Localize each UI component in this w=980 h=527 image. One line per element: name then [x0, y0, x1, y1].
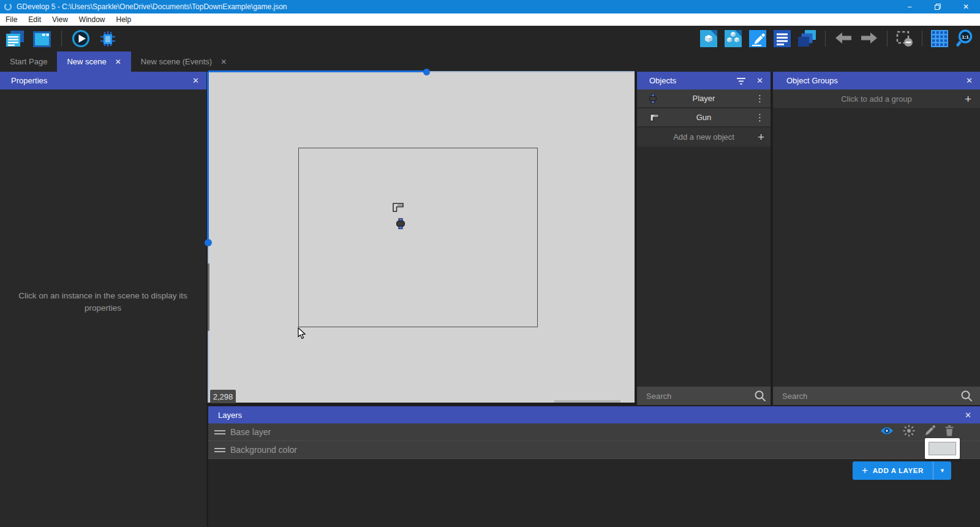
object-groups-panel-title: Object Groups — [786, 76, 838, 85]
search-icon — [960, 390, 973, 402]
objects-panel-title: Objects — [649, 76, 676, 85]
objects-panel: Objects ✕ Player ⋮ — [637, 72, 771, 405]
horizontal-scroll-fill — [208, 70, 427, 72]
groups-search-input[interactable] — [782, 392, 960, 401]
vertical-scroll-fill — [207, 72, 209, 243]
toggle-object-groups-panel-icon[interactable] — [723, 29, 743, 48]
layer-row-base[interactable]: Base layer — [208, 423, 980, 441]
tab-new-scene[interactable]: New scene ✕ — [57, 51, 130, 72]
debug-button[interactable] — [97, 29, 118, 49]
add-group-label: Click to add a group — [773, 94, 980, 104]
filter-icon[interactable] — [736, 77, 746, 85]
add-layer-dropdown[interactable]: ▼ — [933, 461, 951, 480]
tab-close-icon[interactable]: ✕ — [115, 58, 121, 66]
menu-edit[interactable]: Edit — [23, 15, 47, 24]
plus-icon: + — [758, 131, 764, 143]
toolbar-separator — [887, 31, 888, 47]
layer-actions — [880, 425, 954, 439]
toolbar-separator — [825, 31, 826, 47]
layer-visibility-icon[interactable] — [880, 426, 894, 438]
object-menu-icon[interactable]: ⋮ — [755, 112, 764, 123]
zoom-original-icon[interactable]: 1:1 — [954, 28, 975, 49]
close-properties-icon[interactable]: ✕ — [192, 76, 199, 85]
gun-instance[interactable] — [392, 202, 404, 213]
tab-label: Start Page — [10, 57, 47, 66]
layer-name: Base layer — [230, 427, 271, 437]
restore-button[interactable] — [924, 0, 952, 13]
layers-panel-header: Layers ✕ — [208, 406, 980, 423]
tab-close-icon[interactable]: ✕ — [221, 58, 227, 66]
add-layer-label: ADD A LAYER — [873, 467, 924, 474]
vertical-scroll-thumb[interactable] — [208, 264, 209, 331]
gdevelop-window: GDevelop 5 - C:\Users\Sparkle\OneDrive\D… — [0, 0, 980, 527]
toolbar-separator — [922, 31, 922, 47]
objects-search-input[interactable] — [646, 392, 754, 401]
preview-play-button[interactable] — [70, 28, 91, 49]
add-new-object-button[interactable]: Add a new object + — [637, 127, 771, 146]
menu-help[interactable]: Help — [111, 15, 137, 24]
close-object-groups-icon[interactable]: ✕ — [966, 76, 973, 85]
scene-coordinates-badge: 2,298 — [210, 390, 236, 403]
background-color-swatch[interactable] — [925, 438, 960, 459]
minimize-button[interactable]: – — [895, 0, 924, 13]
window-title: GDevelop 5 - C:\Users\Sparkle\OneDrive\D… — [17, 2, 287, 11]
drag-handle-icon[interactable] — [214, 448, 225, 452]
tab-label: New scene — [67, 57, 106, 66]
menu-view[interactable]: View — [47, 15, 74, 24]
mouse-cursor — [298, 327, 306, 342]
layer-name: Background color — [230, 445, 297, 455]
toggle-instances-list-icon[interactable] — [772, 29, 792, 48]
tab-new-scene-events[interactable]: New scene (Events) ✕ — [131, 51, 236, 72]
add-layer-button[interactable]: + ADD A LAYER ▼ — [853, 461, 951, 480]
layers-panel-title: Layers — [218, 411, 242, 420]
gun-sprite-icon — [649, 113, 660, 122]
object-name: Player — [637, 94, 771, 103]
menu-bar: File Edit View Window Help — [0, 13, 980, 26]
redo-icon[interactable] — [859, 30, 880, 47]
toolbar-separator — [61, 31, 62, 47]
deselect-instances-icon[interactable] — [895, 29, 914, 48]
layers-panel: Layers ✕ Base layer — [208, 406, 980, 527]
add-layer-button-main[interactable]: + ADD A LAYER — [853, 465, 933, 477]
editor-tab-bar: Start Page New scene ✕ New scene (Events… — [0, 51, 980, 72]
object-menu-icon[interactable]: ⋮ — [755, 93, 764, 104]
layer-effects-icon[interactable] — [903, 425, 915, 439]
object-groups-panel-header: Object Groups ✕ — [773, 72, 980, 89]
minimize-icon: – — [908, 2, 912, 11]
close-layers-icon[interactable]: ✕ — [965, 411, 971, 420]
toggle-grid-icon[interactable] — [930, 29, 949, 48]
object-row-player[interactable]: Player ⋮ — [637, 89, 771, 108]
add-new-object-label: Add a new object — [637, 132, 771, 142]
project-manager-icon[interactable] — [5, 29, 26, 48]
toggle-objects-panel-icon[interactable] — [699, 29, 718, 48]
player-sprite-icon — [649, 94, 657, 104]
tab-start-page[interactable]: Start Page — [0, 51, 57, 72]
horizontal-scroll-handle[interactable] — [423, 69, 430, 75]
undo-icon[interactable] — [833, 30, 854, 47]
plus-icon: + — [965, 93, 971, 105]
toggle-layers-panel-icon[interactable] — [797, 29, 818, 48]
menu-file[interactable]: File — [0, 15, 23, 24]
groups-search-bar — [773, 386, 980, 405]
scene-window-icon[interactable] — [32, 29, 53, 48]
drag-handle-icon[interactable] — [214, 430, 225, 434]
close-objects-icon[interactable]: ✕ — [756, 76, 763, 85]
restore-icon — [935, 4, 941, 10]
vertical-scroll-handle[interactable] — [205, 239, 212, 246]
layer-edit-icon[interactable] — [924, 425, 935, 439]
horizontal-scroll-thumb[interactable] — [554, 400, 620, 403]
layer-row-background-color[interactable]: Background color — [208, 441, 980, 459]
scene-canvas[interactable]: 2,298 — [208, 72, 635, 403]
toggle-properties-panel-icon[interactable] — [748, 29, 767, 48]
object-groups-panel: Object Groups ✕ Click to add a group + — [773, 72, 980, 405]
layer-delete-icon[interactable] — [944, 425, 954, 439]
toolbar-right-group: 1:1 — [699, 28, 975, 49]
properties-panel-title: Properties — [11, 76, 47, 85]
player-instance[interactable] — [396, 218, 405, 229]
object-row-gun[interactable]: Gun ⋮ — [637, 108, 771, 127]
close-window-button[interactable]: ✕ — [952, 0, 980, 13]
add-group-button[interactable]: Click to add a group + — [773, 89, 980, 108]
menu-window[interactable]: Window — [74, 15, 111, 24]
chevron-down-icon: ▼ — [940, 468, 945, 474]
properties-panel: Properties ✕ Click on an instance in the… — [0, 72, 206, 527]
